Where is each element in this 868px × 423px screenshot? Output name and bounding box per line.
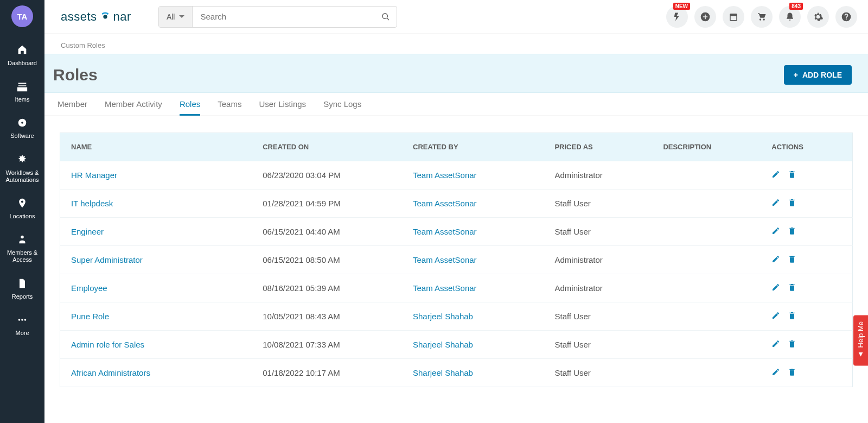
role-name-link[interactable]: Employee — [60, 274, 252, 302]
delete-button[interactable] — [788, 339, 796, 350]
tab-sync-logs[interactable]: Sync Logs — [323, 93, 361, 116]
gear-icon — [813, 11, 824, 22]
notifications-button[interactable]: 843 — [779, 6, 801, 28]
tabs: Member Member Activity Roles Teams User … — [44, 93, 868, 116]
tab-member[interactable]: Member — [58, 93, 87, 116]
search-button[interactable] — [375, 7, 397, 27]
flash-button[interactable]: NEW — [666, 6, 688, 28]
search-input[interactable] — [193, 7, 374, 27]
sidebar-item-reports[interactable]: Reports — [0, 272, 44, 308]
edit-button[interactable] — [771, 339, 780, 350]
role-name-link[interactable]: Pune Role — [60, 302, 252, 331]
delete-button[interactable] — [788, 170, 796, 180]
created-by-link[interactable]: Team AssetSonar — [402, 218, 544, 246]
sidebar-item-members[interactable]: Members & Access — [0, 228, 44, 271]
sidebar-item-label: Members & Access — [0, 249, 44, 263]
role-name-link[interactable]: Super Administrator — [60, 246, 252, 274]
help-me-label: Help Me — [857, 321, 865, 348]
edit-button[interactable] — [771, 368, 780, 378]
col-header-created-by[interactable]: CREATED BY — [402, 133, 544, 161]
trash-icon — [788, 284, 796, 293]
help-button[interactable] — [835, 6, 857, 28]
created-by-link[interactable]: Team AssetSonar — [402, 190, 544, 218]
col-header-created-on[interactable]: CREATED ON — [252, 133, 402, 161]
cell-actions — [761, 302, 852, 331]
svg-point-1 — [21, 122, 23, 124]
cell-description — [652, 218, 761, 246]
add-role-label: ADD ROLE — [802, 71, 842, 79]
cell-description — [652, 190, 761, 218]
tab-user-listings[interactable]: User Listings — [259, 93, 306, 116]
col-header-actions[interactable]: ACTIONS — [761, 133, 852, 161]
cell-priced-as: Staff User — [544, 359, 652, 387]
help-me-tab[interactable]: ▲ Help Me — [853, 315, 868, 365]
delete-button[interactable] — [788, 283, 796, 293]
created-by-link[interactable]: Team AssetSonar — [402, 274, 544, 302]
trash-icon — [788, 171, 796, 180]
delete-button[interactable] — [788, 368, 796, 378]
delete-button[interactable] — [788, 311, 796, 321]
sidebar-item-items[interactable]: Items — [0, 74, 44, 111]
logo[interactable]: assets nar — [61, 10, 131, 24]
sidebar-item-locations[interactable]: Locations — [0, 191, 44, 228]
edit-button[interactable] — [771, 311, 780, 321]
search-filter-label: All — [167, 12, 175, 21]
cell-priced-as: Staff User — [544, 302, 652, 331]
svg-point-4 — [24, 319, 27, 321]
calendar-button[interactable] — [723, 6, 744, 28]
table-row: Super Administrator06/15/2021 08:50 AMTe… — [60, 246, 853, 274]
edit-button[interactable] — [771, 226, 780, 237]
col-header-priced-as[interactable]: PRICED AS — [544, 133, 652, 161]
top-actions: NEW 843 — [666, 6, 857, 28]
add-button[interactable] — [694, 6, 716, 28]
role-name-link[interactable]: HR Manager — [60, 161, 252, 190]
delete-button[interactable] — [788, 255, 796, 265]
flash-icon — [672, 12, 682, 22]
col-header-name[interactable]: NAME — [60, 133, 252, 161]
search-icon — [381, 12, 390, 21]
add-role-button[interactable]: + ADD ROLE — [784, 65, 852, 85]
tab-teams[interactable]: Teams — [218, 93, 241, 116]
sidebar-item-workflows[interactable]: Workflows & Automations — [0, 148, 44, 191]
sidebar-item-more[interactable]: More — [0, 308, 44, 344]
created-by-link[interactable]: Team AssetSonar — [402, 161, 544, 190]
dashboard-icon — [16, 43, 28, 56]
delete-button[interactable] — [788, 226, 796, 237]
cell-created-on: 08/16/2021 05:39 AM — [252, 274, 402, 302]
table-row: Pune Role10/05/2021 08:43 AMSharjeel Sha… — [60, 302, 853, 331]
sidebar-item-label: Workflows & Automations — [0, 169, 44, 184]
chevron-up-icon: ▲ — [857, 351, 865, 359]
calendar-icon — [729, 12, 738, 22]
cart-button[interactable] — [751, 6, 773, 28]
sidebar-item-label: Items — [13, 96, 32, 103]
settings-button[interactable] — [807, 6, 829, 28]
col-header-description[interactable]: DESCRIPTION — [652, 133, 761, 161]
edit-button[interactable] — [771, 283, 780, 293]
page-header: Roles + ADD ROLE — [44, 54, 868, 93]
table-row: Employee08/16/2021 05:39 AMTeam AssetSon… — [60, 274, 853, 302]
role-name-link[interactable]: Admin role for Sales — [60, 331, 252, 359]
created-by-link[interactable]: Sharjeel Shahab — [402, 302, 544, 331]
sidebar-item-dashboard[interactable]: Dashboard — [0, 38, 44, 74]
tab-member-activity[interactable]: Member Activity — [105, 93, 162, 116]
avatar[interactable]: TA — [11, 5, 33, 27]
software-icon — [16, 116, 28, 129]
pencil-icon — [771, 199, 780, 209]
edit-button[interactable] — [771, 255, 780, 265]
created-by-link[interactable]: Sharjeel Shahab — [402, 359, 544, 387]
tab-roles[interactable]: Roles — [180, 93, 200, 116]
edit-button[interactable] — [771, 170, 780, 180]
created-by-link[interactable]: Sharjeel Shahab — [402, 331, 544, 359]
breadcrumb-item[interactable]: Custom Roles — [61, 41, 105, 49]
sidebar-item-software[interactable]: Software — [0, 111, 44, 147]
items-icon — [16, 80, 28, 93]
sidebar: TA Dashboard Items Software Workflows & … — [0, 0, 44, 423]
edit-button[interactable] — [771, 198, 780, 209]
search-filter-dropdown[interactable]: All — [159, 7, 193, 27]
delete-button[interactable] — [788, 198, 796, 209]
table-row: Engineer06/15/2021 04:40 AMTeam AssetSon… — [60, 218, 853, 246]
role-name-link[interactable]: African Administrators — [60, 359, 252, 387]
created-by-link[interactable]: Team AssetSonar — [402, 246, 544, 274]
role-name-link[interactable]: IT helpdesk — [60, 190, 252, 218]
role-name-link[interactable]: Engineer — [60, 218, 252, 246]
